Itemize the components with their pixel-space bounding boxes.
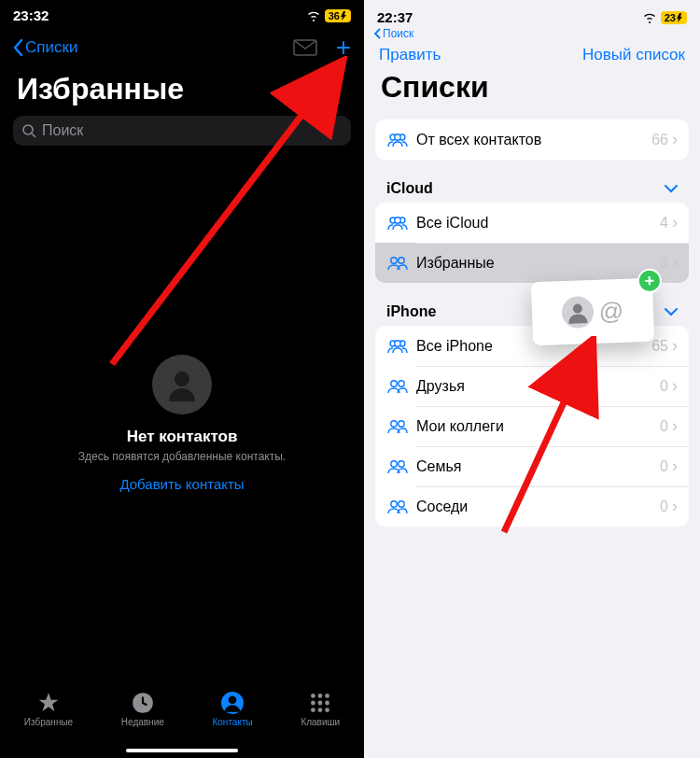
- group-all: От всех контактов 66 ›: [375, 119, 689, 160]
- wifi-icon: [306, 10, 321, 21]
- row-label: Все iPhone: [416, 338, 493, 355]
- row-label: Семья: [416, 458, 461, 475]
- status-bar: 22:37 23: [364, 0, 700, 27]
- chevron-right-icon: ›: [672, 416, 678, 436]
- section-title: iPhone: [386, 303, 436, 320]
- chevron-right-icon: ›: [672, 376, 678, 396]
- group2-icon: [386, 499, 409, 514]
- new-list-button[interactable]: Новый список: [582, 46, 685, 64]
- svg-point-13: [318, 708, 323, 712]
- tab-contacts[interactable]: Контакты: [212, 691, 252, 727]
- svg-point-12: [311, 708, 315, 712]
- chevron-right-icon: ›: [672, 253, 678, 273]
- group3-icon: [386, 133, 409, 147]
- row-label: Мои коллеги: [416, 418, 504, 435]
- tab-bar: Избранные Недавние Контакты Клавиши: [0, 685, 364, 758]
- section-title: iCloud: [386, 180, 433, 197]
- row-count: 3: [660, 255, 672, 272]
- chevron-left-icon: [373, 28, 381, 39]
- battery-badge: 36: [325, 9, 351, 22]
- tab-recents[interactable]: Недавние: [121, 691, 164, 727]
- at-icon: @: [598, 296, 623, 326]
- section-header[interactable]: iCloud: [364, 180, 700, 203]
- svg-point-25: [395, 340, 400, 345]
- svg-point-30: [391, 460, 397, 466]
- list-row[interactable]: Мои коллеги0›: [375, 406, 689, 446]
- list-row[interactable]: Семья0›: [375, 446, 689, 486]
- chevron-right-icon: ›: [672, 213, 678, 232]
- svg-point-1: [23, 125, 33, 134]
- list-group: Все iPhone65›Друзья0›Мои коллеги0›Семья0…: [375, 326, 689, 526]
- status-time: 23:32: [13, 7, 49, 23]
- back-button[interactable]: Списки: [13, 38, 77, 57]
- svg-point-28: [391, 420, 397, 426]
- chevron-right-icon: ›: [672, 130, 678, 149]
- mail-icon[interactable]: [293, 39, 317, 56]
- wifi-icon: [642, 12, 657, 23]
- chevron-down-icon: [665, 308, 678, 316]
- group2-icon: [386, 256, 409, 271]
- row-label: Друзья: [416, 378, 465, 395]
- list-row[interactable]: Соседи0›: [375, 486, 689, 526]
- dragged-contact-card[interactable]: + @: [531, 278, 654, 345]
- list-row[interactable]: Друзья0›: [375, 366, 689, 406]
- search-input[interactable]: Поиск: [13, 116, 351, 146]
- svg-point-11: [325, 701, 329, 706]
- left-screenshot: 23:32 36 Списки + Избранные Поиск Нет ко…: [0, 0, 364, 758]
- row-count: 0: [660, 458, 672, 475]
- star-icon: [36, 691, 61, 715]
- svg-point-6: [311, 694, 315, 698]
- row-label: Избранные: [416, 255, 495, 272]
- row-label: Соседи: [416, 498, 468, 515]
- list-row[interactable]: Все iCloud4›: [375, 203, 689, 243]
- group2-icon: [386, 419, 409, 434]
- add-contacts-link[interactable]: Добавить контакты: [119, 476, 244, 492]
- keypad-icon: [308, 691, 332, 715]
- nav-bar: Править Новый список: [364, 44, 700, 64]
- svg-point-9: [311, 701, 315, 706]
- edit-button[interactable]: Править: [379, 46, 441, 64]
- person-icon: [220, 691, 245, 715]
- svg-point-33: [399, 500, 404, 506]
- tab-keypad[interactable]: Клавиши: [301, 691, 340, 727]
- tab-favorites[interactable]: Избранные: [24, 691, 73, 727]
- row-count: 4: [660, 215, 672, 232]
- row-count: 0: [660, 378, 672, 395]
- row-count: 66: [651, 132, 672, 148]
- add-button[interactable]: +: [336, 35, 351, 61]
- svg-point-32: [391, 500, 397, 506]
- svg-point-17: [395, 133, 400, 139]
- svg-point-29: [399, 420, 404, 426]
- page-title: Списки: [364, 64, 700, 119]
- home-indicator: [126, 749, 238, 752]
- svg-point-27: [399, 380, 404, 386]
- search-icon: [22, 124, 36, 138]
- row-count: 0: [660, 418, 672, 435]
- svg-point-22: [399, 257, 404, 262]
- empty-title: Нет контактов: [19, 428, 345, 446]
- status-icons: 23: [642, 11, 687, 24]
- nav-bar: Списки +: [0, 25, 364, 66]
- empty-subtitle: Здесь появятся добавленные контакты.: [19, 450, 345, 463]
- group3-icon: [386, 216, 409, 231]
- group2-icon: [386, 459, 409, 474]
- svg-point-10: [318, 701, 323, 706]
- row-all-contacts[interactable]: От всех контактов 66 ›: [375, 119, 689, 160]
- battery-badge: 23: [661, 11, 687, 24]
- status-icons: 36: [306, 9, 351, 22]
- group3-icon: [386, 339, 409, 354]
- avatar-placeholder-icon: [152, 355, 212, 414]
- chevron-right-icon: ›: [672, 336, 678, 356]
- chevron-left-icon: [13, 39, 23, 56]
- page-title: Избранные: [0, 66, 364, 116]
- clock-icon: [131, 691, 155, 715]
- row-count: 0: [660, 498, 672, 515]
- svg-point-14: [325, 708, 329, 712]
- chevron-down-icon: [665, 185, 678, 193]
- row-count: 65: [651, 338, 672, 355]
- svg-point-20: [395, 217, 400, 222]
- search-back[interactable]: Поиск: [364, 27, 700, 44]
- avatar-icon: [561, 296, 594, 329]
- svg-point-7: [318, 694, 323, 698]
- svg-point-34: [572, 303, 581, 313]
